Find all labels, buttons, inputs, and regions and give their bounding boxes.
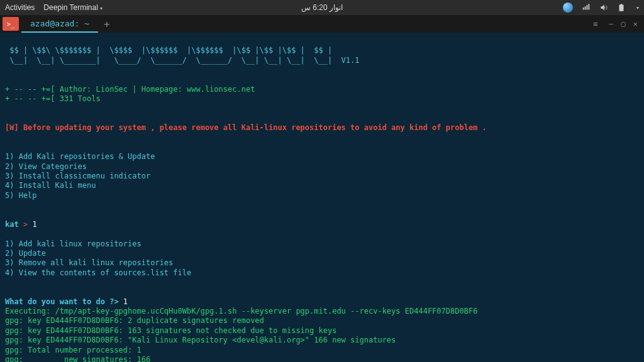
menu-item: 4) View the contents of sources.list fil… — [5, 268, 191, 277]
output-line: Executing: /tmp/apt-key-gpghome.ucCqHu0W… — [5, 307, 477, 315]
activities-button[interactable]: Activities — [5, 3, 35, 12]
system-menu-chevron-icon[interactable]: ▾ — [636, 5, 639, 11]
menu-item: 5) Help — [5, 191, 37, 200]
hamburger-menu-icon[interactable]: ≡ — [593, 19, 597, 28]
minimize-button[interactable]: — — [609, 19, 613, 28]
close-button[interactable]: ✕ — [633, 19, 638, 28]
info-line: + -- -- +=[ 331 Tools — [5, 94, 101, 103]
network-icon[interactable] — [582, 3, 591, 12]
appmenu-button[interactable]: Deepin Terminal▾ — [43, 3, 103, 12]
terminal-app-icon: >_ — [3, 17, 19, 31]
terminal-titlebar: >_ azad@azad: ~ + ≡ — ▢ ✕ — [0, 15, 644, 33]
prompt-input: 1 — [119, 297, 128, 306]
gnome-topbar: Activities Deepin Terminal▾ انوار 6:20 س… — [0, 0, 644, 15]
output-line: gpg: Total number processed: 1 — [5, 346, 142, 354]
prompt-input: 1 — [32, 220, 36, 229]
info-line: + -- -- +=[ Author: LionSec | Homepage: … — [5, 85, 255, 94]
maximize-button[interactable]: ▢ — [621, 19, 626, 28]
new-tab-button[interactable]: + — [98, 15, 116, 33]
output-line: gpg: new signatures: 166 — [5, 355, 150, 362]
menu-item: 4) Install Kali menu — [5, 181, 96, 190]
menu-item: 2) Update — [5, 249, 46, 258]
output-line: gpg: key ED444FF07D8D0BF6: 2 duplicate s… — [5, 316, 264, 325]
menu-item: 2) View Categories — [5, 162, 87, 171]
menu-item: 3) Remove all kali linux repositories — [5, 258, 173, 267]
terminal-tab-1[interactable]: azad@azad: ~ — [21, 15, 98, 33]
output-line: gpg: key ED444FF07D8D0BF6: 163 signature… — [5, 326, 336, 335]
menu-item: 3) Install classicmenu indicator — [5, 172, 150, 180]
system-tray[interactable]: ▾ — [563, 3, 639, 13]
browser-icon[interactable] — [563, 3, 573, 13]
clock[interactable]: انوار 6:20 س — [301, 3, 343, 12]
output-line: gpg: key ED444FF07D8D0BF6: "Kali Linux R… — [5, 336, 396, 344]
prompt-label: What do you want to do ?> — [5, 297, 119, 306]
menu-item: 1) Add kali linux repositories — [5, 239, 142, 248]
terminal-viewport[interactable]: $$ | \$$\ \$$$$$$$ | \$$$$ |\$$$$$$ |\$$… — [0, 33, 644, 362]
warning-line: [W] Before updating your system , please… — [5, 123, 487, 132]
prompt-arrow: > — [19, 220, 33, 229]
battery-icon[interactable] — [617, 3, 626, 12]
ascii-art-line: \__| \__| \_______| \____/ \______/ \___… — [5, 56, 360, 65]
volume-icon[interactable] — [599, 3, 608, 12]
prompt-label: kat — [5, 220, 19, 229]
menu-item: 1) Add Kali repositories & Update — [5, 152, 155, 161]
ascii-art-line: $$ | \$$\ \$$$$$$$ | \$$$$ |\$$$$$$ |\$$… — [5, 46, 332, 55]
